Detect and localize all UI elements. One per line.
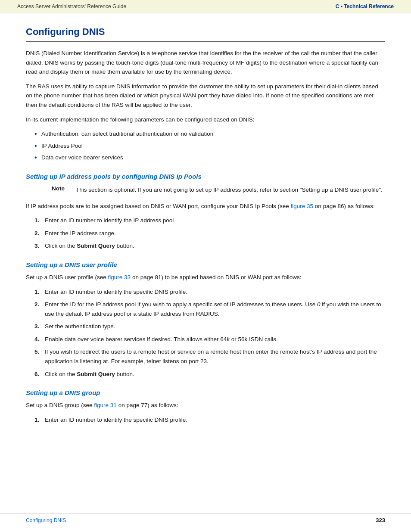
dnis-group-steps: 1. Enter an ID number to identify the sp… — [34, 415, 385, 425]
note-text: This section is optional. If you are not… — [76, 185, 383, 195]
title-rule — [26, 41, 385, 42]
bullet-item-1: Authentication: can select traditional a… — [34, 129, 385, 139]
profile-step-3: 3. Set the authentication type. — [34, 322, 385, 331]
feature-bullet-list: Authentication: can select traditional a… — [34, 129, 385, 162]
footer: Configuring DNIS 323 — [0, 513, 411, 523]
figure-33-link[interactable]: figure 33 — [108, 274, 131, 280]
profile-step-2: 2. Enter the ID for the IP address pool … — [34, 300, 385, 318]
dnis-profile-intro: Set up a DNIS user profile (see figure 3… — [26, 273, 385, 282]
profile-step-5: 5. If you wish to redirect the users to … — [34, 347, 385, 366]
main-content: Configuring DNIS DNIS (Dialed Number Ide… — [0, 13, 411, 447]
profile-step-1: 1. Enter an ID number to identify the sp… — [34, 287, 385, 297]
dnis-group-intro: Set up a DNIS group (see figure 31 on pa… — [26, 401, 385, 410]
subsection-title-dnis-profile: Setting up a DNIS user profile — [26, 261, 385, 268]
header-prefix: C • — [336, 3, 344, 9]
note-label: Note — [52, 185, 69, 192]
bullet-item-3: Data over voice bearer services — [34, 153, 385, 162]
header-right-text: C • Technical Reference — [336, 3, 394, 9]
group-step-1: 1. Enter an ID number to identify the sp… — [34, 415, 385, 425]
profile-step-6: 6. Click on the Submit Query button. — [34, 370, 385, 379]
header-title: Technical Reference — [344, 3, 394, 9]
subsection-title-dnis-group: Setting up a DNIS group — [26, 389, 385, 396]
step-3: 3. Click on the Submit Query button. — [34, 241, 385, 251]
step-1: 1. Enter an ID number to identify the IP… — [34, 216, 385, 225]
intro-paragraph-2: The RAS uses its ability to capture DNIS… — [26, 82, 385, 110]
figure-31-link[interactable]: figure 31 — [94, 402, 117, 408]
header-left-text: Access Server Administrators' Reference … — [17, 3, 126, 9]
intro-paragraph-1: DNIS (Dialed Number Identification Servi… — [26, 49, 385, 77]
section-title: Configuring DNIS — [26, 26, 385, 37]
figure-35-link[interactable]: figure 35 — [291, 203, 314, 209]
dnis-profile-steps: 1. Enter an ID number to identify the sp… — [34, 287, 385, 379]
step-2: 2. Enter the IP address range. — [34, 229, 385, 238]
bullet-item-2: IP Address Pool — [34, 141, 385, 151]
footer-left: Configuring DNIS — [26, 517, 66, 523]
ip-pools-intro: If IP address pools are to be assigned b… — [26, 202, 385, 211]
page: Access Server Administrators' Reference … — [0, 0, 411, 532]
profile-step-4: 4. Enable data over voice bearer service… — [34, 335, 385, 344]
note-box: Note This section is optional. If you ar… — [52, 185, 385, 195]
ip-pools-steps: 1. Enter an ID number to identify the IP… — [34, 216, 385, 251]
footer-right: 323 — [376, 517, 385, 523]
intro-paragraph-3: In its current implementation the follow… — [26, 115, 385, 124]
header-bar: Access Server Administrators' Reference … — [0, 0, 411, 13]
subsection-title-ip-pools: Setting up IP address pools by configuri… — [26, 173, 385, 180]
